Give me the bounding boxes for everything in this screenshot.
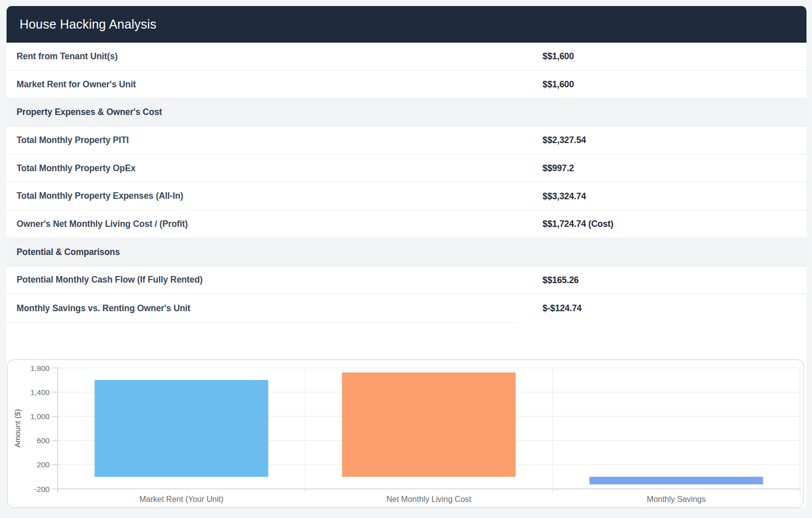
table-row[interactable]: Monthly Savings vs. Renting Owner's Unit…	[7, 294, 806, 322]
page-title: House Hacking Analysis	[20, 17, 157, 32]
row-label: Rent from Tenant Unit(s)	[7, 51, 117, 62]
chart-card: 1,8001,4001,000600200-200Market Rent (Yo…	[7, 359, 804, 508]
table-row[interactable]: Total Monthly Property OpEx $$997.2	[7, 155, 806, 183]
y-tick-label: 600	[37, 436, 50, 445]
row-value: $$2,327.54	[543, 135, 586, 146]
x-category-label: Net Monthly Living Cost	[386, 495, 472, 503]
row-label: Owner's Net Monthly Living Cost / (Profi…	[7, 219, 188, 229]
row-value: $$1,724.74 (Cost)	[543, 219, 613, 229]
x-category-label: Market Rent (Your Unit)	[140, 495, 223, 503]
row-value: $$1,600	[543, 51, 574, 62]
row-value: $$3,324.74	[543, 191, 586, 201]
chart-bar[interactable]	[590, 477, 763, 484]
row-value: $$997.2	[543, 163, 574, 174]
y-tick-label: 1,800	[30, 363, 50, 372]
row-label: Monthly Savings vs. Renting Owner's Unit	[7, 303, 190, 314]
chart-spacer	[7, 323, 806, 359]
row-value: $$1,600	[543, 79, 574, 90]
bar-chart: 1,8001,4001,000600200-200Market Rent (Yo…	[8, 360, 803, 507]
row-label: Total Monthly Property OpEx	[7, 163, 136, 174]
x-category-label: Monthly Savings	[647, 495, 706, 503]
y-tick-label: -200	[34, 484, 50, 493]
row-value: $$165.26	[543, 275, 579, 285]
row-label: Total Monthly Property PITI	[7, 135, 129, 146]
y-tick-label: 1,000	[30, 412, 50, 421]
row-value: $-$124.74	[543, 303, 582, 314]
card-header: House Hacking Analysis	[7, 6, 806, 43]
table-row[interactable]: Potential Monthly Cash Flow (If Fully Re…	[7, 267, 806, 295]
analysis-table: Rent from Tenant Unit(s) $$1,600 Market …	[7, 43, 806, 322]
chart-bar[interactable]	[342, 372, 516, 477]
row-label: Market Rent for Owner's Unit	[7, 79, 136, 90]
section-label: Property Expenses & Owner's Cost	[7, 107, 162, 117]
table-row[interactable]: Market Rent for Owner's Unit $$1,600	[7, 71, 806, 99]
row-label: Potential Monthly Cash Flow (If Fully Re…	[7, 275, 203, 285]
table-row[interactable]: Owner's Net Monthly Living Cost / (Profi…	[7, 210, 806, 238]
row-label: Total Monthly Property Expenses (All-In)	[7, 191, 183, 201]
y-axis-title: Amount ($)	[13, 409, 22, 448]
table-row[interactable]: Rent from Tenant Unit(s) $$1,600	[7, 43, 806, 71]
section-label: Potential & Comparisons	[7, 247, 120, 257]
table-section-row: Property Expenses & Owner's Cost	[7, 98, 806, 126]
house-hacking-analysis-card: House Hacking Analysis Rent from Tenant …	[7, 6, 806, 508]
y-tick-label: 1,400	[30, 388, 50, 397]
table-section-row: Potential & Comparisons	[7, 238, 806, 267]
y-tick-label: 200	[37, 460, 50, 469]
table-row[interactable]: Total Monthly Property Expenses (All-In)…	[7, 182, 806, 210]
table-row[interactable]: Total Monthly Property PITI $$2,327.54	[7, 126, 806, 155]
chart-bar[interactable]	[95, 380, 268, 477]
